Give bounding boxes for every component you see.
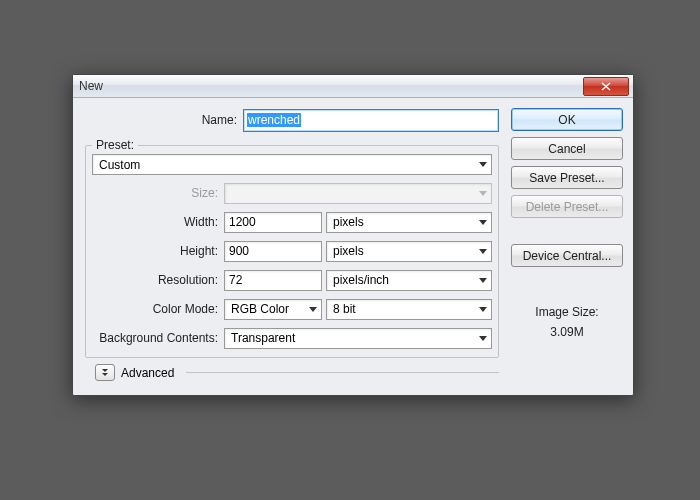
height-input[interactable] (224, 241, 322, 262)
device-central-button[interactable]: Device Central... (511, 244, 623, 267)
width-row: Width: pixels (92, 210, 492, 234)
name-value: wrenched (247, 113, 301, 127)
resolution-input[interactable] (224, 270, 322, 291)
size-row: Size: (92, 181, 492, 205)
size-combo (224, 183, 492, 204)
cancel-button[interactable]: Cancel (511, 137, 623, 160)
background-value: Transparent (231, 331, 295, 345)
new-document-dialog: New Name: wrenched Preset: Custo (72, 74, 634, 396)
advanced-toggle[interactable] (95, 364, 115, 381)
advanced-label: Advanced (121, 366, 174, 380)
name-input-wrap: wrenched (243, 109, 499, 132)
divider (186, 372, 499, 373)
close-button[interactable] (583, 77, 629, 96)
preset-fieldset: Preset: Custom Size: Width: (85, 138, 499, 358)
colormode-value: RGB Color (231, 302, 289, 316)
advanced-row: Advanced (95, 364, 499, 381)
chevron-down-icon (479, 307, 487, 312)
width-unit: pixels (333, 215, 364, 229)
chevron-down-icon (479, 249, 487, 254)
height-row: Height: pixels (92, 239, 492, 263)
image-size-label: Image Size: (511, 305, 623, 319)
colormode-combo[interactable]: RGB Color (224, 299, 322, 320)
window-title: New (79, 79, 103, 93)
double-chevron-down-icon (102, 369, 108, 376)
chevron-down-icon (479, 336, 487, 341)
dialog-content: Name: wrenched Preset: Custom Size: (73, 98, 633, 395)
height-unit: pixels (333, 244, 364, 258)
chevron-down-icon (479, 162, 487, 167)
resolution-unit: pixels/inch (333, 273, 389, 287)
form-area: Name: wrenched Preset: Custom Size: (85, 108, 499, 381)
resolution-row: Resolution: pixels/inch (92, 268, 492, 292)
colormode-row: Color Mode: RGB Color 8 bit (92, 297, 492, 321)
chevron-down-icon (479, 220, 487, 225)
delete-preset-button: Delete Preset... (511, 195, 623, 218)
preset-combo[interactable]: Custom (92, 154, 492, 175)
width-label: Width: (92, 215, 224, 229)
name-row: Name: wrenched (85, 108, 499, 132)
width-input[interactable] (224, 212, 322, 233)
resolution-label: Resolution: (92, 273, 224, 287)
size-label: Size: (92, 186, 224, 200)
chevron-down-icon (479, 191, 487, 196)
image-size-value: 3.09M (511, 325, 623, 339)
colordepth-combo[interactable]: 8 bit (326, 299, 492, 320)
preset-value: Custom (99, 158, 140, 172)
ok-button[interactable]: OK (511, 108, 623, 131)
preset-label: Preset: (92, 138, 138, 152)
background-label: Background Contents: (92, 331, 224, 345)
resolution-unit-combo[interactable]: pixels/inch (326, 270, 492, 291)
colordepth-value: 8 bit (333, 302, 356, 316)
titlebar[interactable]: New (73, 75, 633, 98)
close-icon (601, 82, 611, 91)
chevron-down-icon (479, 278, 487, 283)
background-combo[interactable]: Transparent (224, 328, 492, 349)
save-preset-button[interactable]: Save Preset... (511, 166, 623, 189)
background-row: Background Contents: Transparent (92, 326, 492, 350)
colormode-label: Color Mode: (92, 302, 224, 316)
height-label: Height: (92, 244, 224, 258)
preset-row: Custom (92, 154, 492, 175)
side-buttons: OK Cancel Save Preset... Delete Preset..… (511, 108, 623, 381)
name-input[interactable]: wrenched (243, 109, 499, 132)
chevron-down-icon (309, 307, 317, 312)
name-label: Name: (85, 113, 243, 127)
width-unit-combo[interactable]: pixels (326, 212, 492, 233)
height-unit-combo[interactable]: pixels (326, 241, 492, 262)
image-size-block: Image Size: 3.09M (511, 305, 623, 339)
